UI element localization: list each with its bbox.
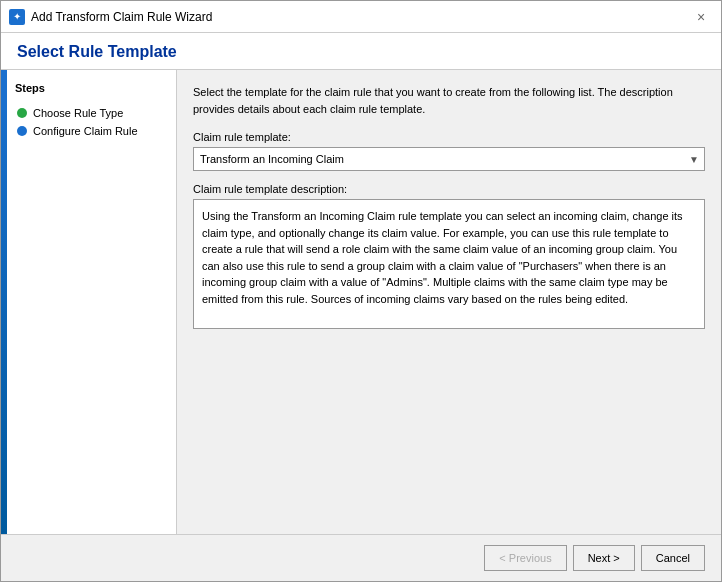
window-title: Add Transform Claim Rule Wizard — [31, 10, 212, 24]
claim-rule-template-dropdown[interactable]: Transform an Incoming Claim — [193, 147, 705, 171]
sidebar-item-label: Choose Rule Type — [33, 107, 123, 119]
wizard-window: ✦ Add Transform Claim Rule Wizard × Sele… — [0, 0, 722, 582]
dropdown-label: Claim rule template: — [193, 131, 705, 143]
step-indicator-inactive — [17, 126, 27, 136]
next-button[interactable]: Next > — [573, 545, 635, 571]
description-label: Claim rule template description: — [193, 183, 705, 195]
close-button[interactable]: × — [689, 5, 713, 29]
sidebar: Steps Choose Rule Type Configure Claim R… — [7, 70, 177, 534]
sidebar-item-choose-rule-type[interactable]: Choose Rule Type — [15, 104, 168, 122]
dropdown-wrapper: Transform an Incoming Claim ▼ — [193, 147, 705, 171]
cancel-button[interactable]: Cancel — [641, 545, 705, 571]
main-content: Select the template for the claim rule t… — [177, 70, 721, 534]
wizard-icon: ✦ — [9, 9, 25, 25]
sidebar-header: Steps — [15, 82, 168, 94]
sidebar-item-configure-claim-rule[interactable]: Configure Claim Rule — [15, 122, 168, 140]
previous-button[interactable]: < Previous — [484, 545, 566, 571]
content-area: Steps Choose Rule Type Configure Claim R… — [1, 70, 721, 534]
step-indicator-active — [17, 108, 27, 118]
instruction-text: Select the template for the claim rule t… — [193, 84, 705, 117]
left-accent-bar — [1, 70, 7, 534]
sidebar-item-label: Configure Claim Rule — [33, 125, 138, 137]
title-bar-left: ✦ Add Transform Claim Rule Wizard — [9, 9, 212, 25]
page-title: Select Rule Template — [17, 43, 705, 61]
page-header: Select Rule Template — [1, 33, 721, 70]
description-text: Using the Transform an Incoming Claim ru… — [193, 199, 705, 329]
footer: < Previous Next > Cancel — [1, 534, 721, 581]
title-bar: ✦ Add Transform Claim Rule Wizard × — [1, 1, 721, 33]
